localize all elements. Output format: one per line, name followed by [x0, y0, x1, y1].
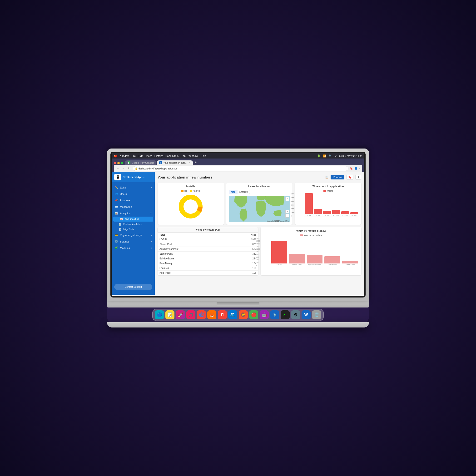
bar-5plus	[350, 212, 358, 214]
dock-item-xcode[interactable]: ⚙️	[270, 310, 279, 319]
bar-group-40-60s: 40-60s	[323, 211, 331, 217]
bar-group-20-40s: 20-40s	[314, 209, 322, 217]
profile-toolbar-icon[interactable]: 👤	[354, 167, 358, 170]
sidebar-subitem-miga-stats[interactable]: 📉 MigaStats	[112, 227, 155, 232]
refresh-button[interactable]: ↻	[127, 167, 131, 170]
map-footer: Map data ©2021 Terms of Use	[267, 220, 289, 222]
dock-item-system-prefs[interactable]: ⚙	[291, 310, 300, 319]
dock-item-chrome[interactable]: 🔴	[249, 310, 258, 319]
dock-item-edge[interactable]: 🌊	[228, 310, 237, 319]
new-tab-button[interactable]: +	[193, 160, 198, 165]
sidebar-nav: ✏️ Editor › 👥 Users 📣 Promote	[112, 184, 155, 282]
dock-item-yandex[interactable]: Я	[218, 310, 227, 319]
contact-support-button[interactable]: Contact Support	[114, 284, 152, 290]
sidebar-item-analytics[interactable]: 📊 Analytics ∨	[112, 210, 155, 216]
back-button[interactable]: ←	[116, 167, 120, 170]
modules-icon: 🧩	[115, 246, 118, 249]
tab-close-icon[interactable]: ✕	[188, 162, 190, 164]
legend-ios: Ios	[181, 190, 187, 192]
bookmark-button[interactable]: 🔖	[346, 175, 354, 180]
sidebar-item-payment-gateways[interactable]: 💳 Payment gateways ›	[112, 232, 155, 238]
menubar-tab[interactable]: Tab	[181, 154, 186, 157]
visits-bar-starter-pack2: Starter Pack	[324, 256, 340, 266]
dock-item-word[interactable]: W	[302, 310, 311, 319]
sidebar-app-name: Swiftspeed App...	[123, 176, 144, 178]
sidebar-label-promote: Promote	[120, 199, 130, 202]
sidebar-item-promote[interactable]: 📣 Promote	[112, 197, 155, 204]
table-row: LOGIN 1986	[157, 237, 258, 242]
menubar-left: 🍎 Yandex File Edit View History Bookmark…	[114, 154, 206, 157]
map-tab-map[interactable]: Map	[229, 190, 238, 194]
visits-bar-build-game: Build A Game	[342, 261, 358, 266]
address-bar[interactable]: 🔒 dashboard.swiftspeedappcreator.com	[133, 166, 348, 171]
menubar-bookmarks[interactable]: Bookmarks	[165, 154, 178, 157]
menubar-history[interactable]: History	[154, 154, 163, 157]
page-header: Your application in few numbers 📋 Review…	[157, 175, 361, 180]
menubar-yandex[interactable]: Yandex	[120, 154, 129, 157]
close-window-button[interactable]	[114, 162, 116, 164]
tab-label-google-play: Google Play Console	[132, 162, 154, 164]
visits-table-card: Visits by feature (All) Total 4865	[157, 227, 258, 275]
bar-starter-pack2	[324, 256, 340, 263]
sidebar-item-users[interactable]: 👥 Users	[112, 191, 155, 197]
bar-2-5min	[341, 211, 349, 214]
bookmark-toolbar-icon[interactable]: 🔖	[350, 167, 353, 170]
browser-tab-active[interactable]: S Your application in fe... ✕	[157, 160, 193, 165]
map-expand-icon[interactable]: ⤢	[285, 197, 289, 201]
browser-tab-google-play[interactable]: ▶ Google Play Console	[125, 160, 156, 165]
dock-item-music[interactable]: 🎵	[186, 310, 195, 319]
menu-toolbar-icon[interactable]: ≡	[359, 167, 360, 170]
sidebar-item-editor[interactable]: ✏️ Editor ›	[112, 184, 155, 191]
dock-item-finder[interactable]: 🔵	[155, 310, 164, 319]
url-text: dashboard.swiftspeedappcreator.com	[138, 167, 178, 170]
map-tab-satellite[interactable]: Satellite	[238, 190, 250, 194]
menubar-file[interactable]: File	[132, 154, 136, 157]
promote-icon: 📣	[115, 199, 118, 202]
dock-item-radiant[interactable]: 🌀	[197, 310, 206, 319]
reviews-button[interactable]: Reviews	[331, 175, 344, 179]
menubar-help[interactable]: Help	[201, 154, 206, 157]
toolbar-actions: 🔖 👤 ≡	[350, 167, 360, 170]
map-zoom-out-button[interactable]: −	[285, 214, 289, 218]
search-menubar-icon[interactable]: 🔍	[329, 154, 332, 157]
minimize-window-button[interactable]	[117, 162, 120, 164]
visits-bar-starter-pack: Starter Pack	[289, 254, 305, 266]
traffic-lights	[114, 162, 123, 164]
dock-item-ai[interactable]: 🤖	[260, 310, 269, 319]
sidebar-item-messages[interactable]: ✉️ Messages	[112, 204, 155, 210]
menubar-edit[interactable]: Edit	[138, 154, 143, 157]
dock-item-notes[interactable]: 📝	[165, 310, 174, 319]
payment-icon: 💳	[115, 234, 118, 237]
map-zoom-controls: + −	[285, 210, 289, 218]
forward-button[interactable]: →	[121, 167, 126, 170]
dock-item-firefox[interactable]: 🦊	[207, 310, 216, 319]
dock-item-trash[interactable]: 🗑️	[312, 310, 321, 319]
clock-display: Sun 9 May 9:34 PM	[339, 154, 362, 157]
menubar-window[interactable]: Window	[188, 154, 198, 157]
control-center-icon[interactable]: ⚙	[334, 154, 337, 157]
bar-build-game	[342, 261, 358, 263]
dock-item-terminal[interactable]: >_	[281, 310, 290, 319]
dock-item-launchpad[interactable]: 🚀	[176, 310, 185, 319]
maximize-window-button[interactable]	[121, 162, 123, 164]
laptop-screen: 🍎 Yandex File Edit View History Bookmark…	[112, 153, 364, 296]
sidebar-label-editor: Editor	[120, 186, 127, 189]
download-button[interactable]: ⬇	[355, 175, 361, 180]
macos-menubar: 🍎 Yandex File Edit View History Bookmark…	[112, 153, 364, 158]
main-dashboard: Your application in few numbers 📋 Review…	[155, 172, 364, 295]
menubar-view[interactable]: View	[146, 154, 152, 157]
settings-icon: ⚙️	[115, 240, 118, 243]
table-row-total: Total 4865	[157, 233, 258, 237]
payment-arrow-icon: ›	[151, 234, 152, 236]
apple-logo-icon[interactable]: 🍎	[114, 154, 117, 157]
sidebar-subitem-app-analytics[interactable]: 📈 App analytics	[113, 217, 153, 221]
copy-icon[interactable]: 📋	[325, 176, 329, 179]
sidebar-item-settings[interactable]: ⚙️ Settings ›	[112, 238, 155, 245]
sidebar-item-modules[interactable]: 🧩 Modules ›	[112, 245, 155, 251]
map-zoom-in-button[interactable]: +	[285, 210, 289, 214]
sidebar-subitem-feature-analytics[interactable]: 📊 Feature Analytics	[112, 222, 155, 227]
dock-item-brave[interactable]: 🦁	[239, 310, 248, 319]
sidebar-app-header: 📱 Swiftspeed App...	[112, 172, 155, 182]
sidebar-label-feature-analytics: Feature Analytics	[123, 223, 142, 226]
table-row: Build A Game 244	[157, 256, 258, 261]
